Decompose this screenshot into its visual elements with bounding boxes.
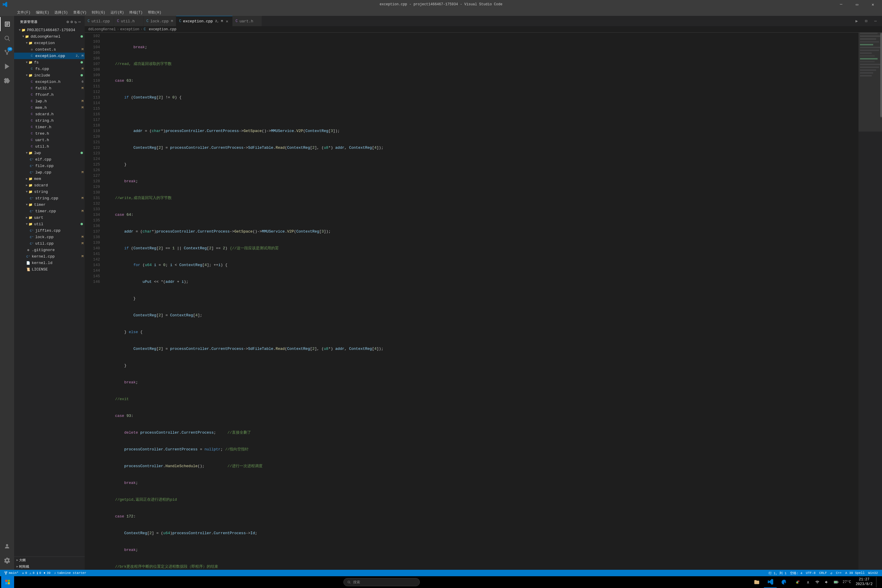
- outline-section[interactable]: ▶ 大纲: [14, 557, 85, 563]
- tab-util-h[interactable]: C util.h: [114, 16, 144, 26]
- sidebar-item-elf-cpp[interactable]: C⁺ elf.cpp: [14, 156, 85, 163]
- sidebar-item-license[interactable]: 📜 LICENSE: [14, 266, 85, 273]
- status-branch[interactable]: main*: [2, 570, 20, 576]
- tab-lock-cpp[interactable]: C lock.cpp M: [144, 16, 176, 26]
- activity-accounts[interactable]: [0, 539, 14, 553]
- split-editor-button[interactable]: ⊟: [862, 17, 870, 25]
- activity-source-control[interactable]: 14: [0, 45, 14, 59]
- sidebar-item-lwp-folder[interactable]: ▼ 📁 lwp: [14, 150, 85, 156]
- battery-icon[interactable]: [832, 577, 840, 587]
- volume-icon[interactable]: [823, 577, 831, 587]
- sidebar-item-lock-cpp[interactable]: C⁺ lock.cpp M: [14, 234, 85, 240]
- sidebar-item-exception-folder[interactable]: ▼ 📁 exception: [14, 40, 85, 46]
- menu-terminal[interactable]: 终端(T): [127, 9, 145, 16]
- sidebar-item-project[interactable]: ▼ 📁 PROJECT1466467-175934: [14, 27, 85, 33]
- tab-uart-h[interactable]: C uart.h: [232, 16, 262, 26]
- sidebar-item-include-folder[interactable]: ▼ 📁 include: [14, 72, 85, 78]
- taskbar-app-chrome[interactable]: [791, 576, 804, 588]
- status-sync[interactable]: ↺: [829, 570, 834, 576]
- activity-search[interactable]: [0, 31, 14, 45]
- sidebar-item-ddloongkernel[interactable]: ▼ 📁 ddLoongKernel: [14, 33, 85, 40]
- refresh-icon[interactable]: ↻: [74, 20, 77, 24]
- sidebar-item-timer-folder[interactable]: ▼ 📁 timer: [14, 201, 85, 208]
- status-encoding[interactable]: UTF-8: [804, 570, 818, 576]
- status-position[interactable]: 行 1, 列 1: [767, 570, 789, 576]
- timeline-section[interactable]: ▶ 时间线: [14, 563, 85, 570]
- network-icon[interactable]: [813, 577, 821, 587]
- status-line-ending[interactable]: CRLF: [818, 570, 828, 576]
- svg-rect-27: [880, 33, 882, 117]
- activity-settings[interactable]: [0, 553, 14, 567]
- status-tabnine[interactable]: ⚡ tabnine starter: [52, 570, 88, 576]
- activity-explorer[interactable]: [0, 17, 14, 31]
- status-language[interactable]: C++: [834, 570, 843, 576]
- activity-extensions[interactable]: [0, 74, 14, 88]
- sidebar-item-ffconf-h[interactable]: C ffconf.h: [14, 92, 85, 98]
- sidebar-item-lwp-cpp[interactable]: C⁺ lwp.cpp M: [14, 169, 85, 176]
- sidebar-item-uart-h[interactable]: C uart.h: [14, 137, 85, 143]
- status-errors[interactable]: ✕ 0 ⚠ 8 ℹ 0 ● 39: [20, 570, 52, 576]
- menu-view[interactable]: 查看(V): [71, 9, 89, 16]
- tab-exception-cpp[interactable]: C exception.cpp 2, M ✕: [176, 16, 232, 26]
- maximize-button[interactable]: ▭: [850, 0, 864, 9]
- sidebar-item-mem-h[interactable]: C mem.h M: [14, 104, 85, 111]
- breadcrumb-exception[interactable]: exception: [120, 27, 140, 32]
- sidebar-item-uart-folder[interactable]: ▶ 📁 uart: [14, 214, 85, 221]
- clock-display[interactable]: 21:27 2023/8/2: [853, 578, 875, 586]
- run-button[interactable]: ▶: [853, 17, 861, 25]
- sidebar-item-fat32-h[interactable]: C fat32.h M: [14, 85, 85, 92]
- menu-select[interactable]: 选择(S): [52, 9, 70, 16]
- tab-close-button[interactable]: ✕: [225, 19, 230, 24]
- sidebar-item-timer-cpp[interactable]: C⁺ timer.cpp M: [14, 208, 85, 214]
- status-spaces[interactable]: 空格: 4: [788, 570, 804, 576]
- new-file-icon[interactable]: ⊕: [66, 20, 69, 24]
- code-content[interactable]: break; //read, 成功返回读取的字节数 case 63: if (C…: [102, 33, 858, 570]
- taskbar-app-vscode[interactable]: [764, 576, 777, 588]
- sidebar-item-util-folder[interactable]: ▼ 📁 util: [14, 221, 85, 227]
- more-actions-button[interactable]: ⋯: [872, 17, 880, 25]
- sidebar-item-mem-folder[interactable]: ▶ 📁 mem: [14, 176, 85, 182]
- close-button[interactable]: ✕: [866, 0, 880, 9]
- sidebar-item-timer-h[interactable]: C timer.h: [14, 124, 85, 130]
- minimize-button[interactable]: ─: [834, 0, 848, 9]
- sidebar-item-fs-folder[interactable]: ▼ 📁 fs: [14, 59, 85, 66]
- sidebar-item-context-s[interactable]: ⚙ context.s M: [14, 46, 85, 52]
- collapse-icon[interactable]: ⋯: [78, 20, 81, 24]
- sidebar-item-fs-cpp[interactable]: C fs.cpp M: [14, 66, 85, 72]
- status-spell[interactable]: A 39 Spell: [843, 570, 866, 576]
- chevron-up-icon[interactable]: ∧: [804, 577, 812, 587]
- sidebar-item-kernel-cpp[interactable]: C⁺ kernel.cpp M: [14, 253, 85, 260]
- start-button[interactable]: [1, 576, 14, 588]
- code-editor[interactable]: 102103104105 106107108109 110111112113 1…: [85, 33, 882, 570]
- breadcrumb-root[interactable]: ddLoongKernel: [88, 27, 116, 32]
- show-desktop-button[interactable]: [876, 577, 879, 587]
- sidebar-item-sdcard-h[interactable]: C sdcard.h: [14, 111, 85, 117]
- sidebar-item-exception-cpp[interactable]: C exception.cpp 2, M: [14, 52, 85, 59]
- sidebar-item-gitignore[interactable]: ⚙ .gitignore: [14, 247, 85, 253]
- sidebar-item-util-cpp[interactable]: C⁺ util.cpp M: [14, 240, 85, 247]
- status-platform[interactable]: Win32: [866, 570, 880, 576]
- sidebar-item-file-cpp[interactable]: C⁺ file.cpp: [14, 163, 85, 169]
- activity-debug[interactable]: [0, 59, 14, 74]
- sidebar-item-util-h[interactable]: C util.h: [14, 143, 85, 150]
- sidebar-item-exception-h[interactable]: C exception.h 6: [14, 78, 85, 85]
- sidebar-item-string-h[interactable]: C string.h: [14, 117, 85, 124]
- sidebar-item-lwp-h[interactable]: C lwp.h M: [14, 98, 85, 104]
- menu-help[interactable]: 帮助(H): [146, 9, 164, 16]
- sidebar-item-tree-h[interactable]: C tree.h: [14, 130, 85, 137]
- taskbar-search[interactable]: 搜索: [344, 578, 420, 586]
- sidebar-item-sdcard-folder[interactable]: ▶ 📁 sdcard: [14, 182, 85, 189]
- sidebar-item-jiffies-cpp[interactable]: C⁺ jiffies.cpp: [14, 227, 85, 234]
- breadcrumb-file[interactable]: C exception.cpp: [144, 27, 176, 32]
- menu-file[interactable]: 文件(F): [15, 9, 33, 16]
- sidebar-item-kernel-ld[interactable]: 📄 kernel.ld: [14, 260, 85, 266]
- menu-edit[interactable]: 编辑(E): [33, 9, 52, 16]
- new-folder-icon[interactable]: ⊕: [70, 20, 73, 24]
- menu-goto[interactable]: 转到(G): [89, 9, 108, 16]
- menu-run[interactable]: 运行(R): [108, 9, 126, 16]
- taskbar-app-edge[interactable]: [777, 576, 790, 588]
- taskbar-app-explorer[interactable]: [750, 576, 763, 588]
- sidebar-item-string-folder[interactable]: ▼ 📁 string: [14, 189, 85, 195]
- tab-util-cpp[interactable]: C util.cpp: [85, 16, 114, 26]
- sidebar-item-string-cpp[interactable]: C⁺ string.cpp M: [14, 195, 85, 201]
